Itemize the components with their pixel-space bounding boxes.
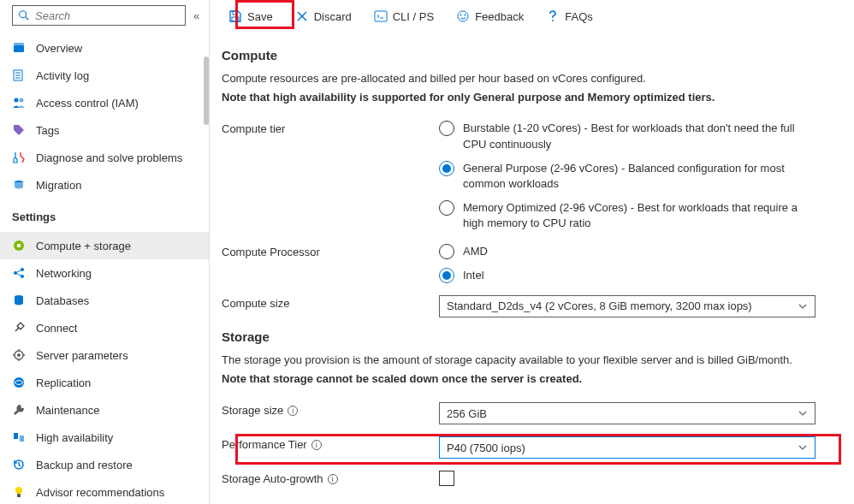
storage-size-select[interactable]: 256 GiB	[439, 402, 815, 424]
radio-label: Burstable (1-20 vCores) - Best for workl…	[463, 121, 805, 151]
chevron-down-icon	[798, 301, 808, 311]
nav-diagnose[interactable]: Diagnose and solve problems	[0, 144, 209, 171]
nav-compute-storage[interactable]: Compute + storage	[0, 232, 209, 259]
compute-proc-label: Compute Processor	[222, 244, 439, 258]
svg-point-40	[552, 20, 554, 21]
nav-label: Databases	[36, 294, 89, 307]
compute-tier-label: Compute tier	[222, 121, 439, 135]
autogrow-checkbox[interactable]	[439, 471, 454, 486]
svg-rect-2	[14, 45, 24, 52]
info-icon[interactable]: i	[328, 474, 338, 484]
sidebar: « Overview Activity log Access control (…	[0, 0, 210, 504]
svg-rect-12	[17, 244, 21, 247]
feedback-label: Feedback	[475, 10, 524, 23]
select-value: P40 (7500 iops)	[447, 442, 525, 454]
nav-label: Advisor recommendations	[36, 486, 164, 499]
nav-label: Overview	[36, 42, 82, 55]
save-label: Save	[247, 10, 273, 23]
tags-icon	[12, 123, 26, 137]
svg-point-25	[14, 377, 24, 388]
radio-label: Memory Optimized (2-96 vCores) - Best fo…	[463, 200, 805, 231]
cli-button[interactable]: CLI / PS	[367, 6, 441, 27]
svg-point-9	[20, 98, 24, 103]
nav-databases[interactable]: Databases	[0, 287, 209, 314]
tier-memory-radio[interactable]: Memory Optimized (2-96 vCores) - Best fo…	[439, 200, 817, 231]
overview-icon	[12, 41, 26, 55]
nav-label: Diagnose and solve problems	[36, 151, 182, 164]
select-value: 256 GiB	[447, 407, 487, 420]
advisor-icon	[12, 485, 26, 499]
chevron-down-icon	[798, 408, 808, 418]
nav-overview[interactable]: Overview	[0, 34, 209, 62]
nav-high-availability[interactable]: High availability	[0, 424, 209, 451]
compute-size-select[interactable]: Standard_D2ds_v4 (2 vCores, 8 GiB memory…	[439, 295, 815, 317]
compute-size-label: Compute size	[222, 295, 439, 310]
svg-point-0	[20, 11, 27, 18]
tier-burstable-radio[interactable]: Burstable (1-20 vCores) - Best for workl…	[439, 121, 817, 151]
toolbar: Save Discard CLI / PS Feedback FAQs	[210, 0, 854, 33]
nav-advisor[interactable]: Advisor recommendations	[0, 478, 209, 504]
cli-icon	[374, 9, 388, 23]
feedback-button[interactable]: Feedback	[449, 6, 531, 27]
radio-icon	[439, 244, 454, 259]
nav-label: Migration	[36, 179, 81, 192]
collapse-sidebar-button[interactable]: «	[191, 9, 202, 22]
compute-storage-icon	[12, 239, 26, 252]
storage-size-label: Storage size i	[222, 402, 439, 417]
proc-intel-radio[interactable]: Intel	[439, 268, 817, 283]
nav-label: Backup and restore	[36, 459, 133, 471]
nav-migration[interactable]: Migration	[0, 171, 209, 199]
compute-desc: Compute resources are pre-allocated and …	[222, 71, 842, 86]
svg-point-8	[15, 98, 19, 103]
access-control-icon	[12, 96, 26, 110]
proc-amd-radio[interactable]: AMD	[439, 244, 817, 259]
settings-heading: Settings	[0, 199, 209, 228]
storage-heading: Storage	[222, 329, 842, 344]
storage-note: Note that storage cannot be scaled down …	[222, 371, 842, 387]
faqs-icon	[546, 9, 560, 23]
svg-rect-30	[17, 494, 21, 497]
search-field[interactable]	[35, 9, 180, 22]
autogrow-label: Storage Auto-growth i	[222, 471, 439, 485]
nav-label: Connect	[36, 322, 77, 335]
radio-label: Intel	[463, 268, 484, 283]
select-value: Standard_D2ds_v4 (2 vCores, 8 GiB memory…	[447, 299, 752, 312]
networking-icon	[12, 266, 26, 280]
discard-button[interactable]: Discard	[288, 6, 359, 27]
nav-connect[interactable]: Connect	[0, 314, 209, 341]
compute-note: Note that high availability is supported…	[222, 90, 842, 105]
nav-activity-log[interactable]: Activity log	[0, 62, 209, 89]
nav-label: High availability	[36, 431, 113, 444]
nav-server-parameters[interactable]: Server parameters	[0, 341, 209, 369]
radio-label: AMD	[463, 244, 488, 259]
save-icon	[228, 9, 242, 23]
nav-label: Networking	[36, 267, 92, 280]
discard-icon	[295, 9, 309, 23]
nav-replication[interactable]: Replication	[0, 369, 209, 396]
nav-tags[interactable]: Tags	[0, 116, 209, 144]
databases-icon	[12, 294, 26, 307]
search-input[interactable]	[12, 5, 186, 26]
info-icon[interactable]: i	[288, 406, 298, 416]
replication-icon	[12, 376, 26, 389]
info-icon[interactable]: i	[311, 440, 322, 450]
svg-point-37	[458, 11, 468, 21]
radio-icon	[439, 200, 454, 216]
backup-restore-icon	[12, 458, 26, 471]
faqs-button[interactable]: FAQs	[539, 6, 600, 27]
feedback-icon	[456, 9, 470, 23]
nav-label: Activity log	[36, 69, 89, 82]
nav-access-control[interactable]: Access control (IAM)	[0, 89, 209, 116]
nav-networking[interactable]: Networking	[0, 259, 209, 287]
tier-general-radio[interactable]: General Purpose (2-96 vCores) - Balanced…	[439, 161, 817, 192]
nav-backup-restore[interactable]: Backup and restore	[0, 451, 209, 478]
save-button[interactable]: Save	[222, 6, 280, 27]
cli-label: CLI / PS	[393, 10, 434, 23]
svg-line-17	[15, 273, 22, 276]
perf-tier-select[interactable]: P40 (7500 iops)	[439, 436, 815, 459]
scrollbar-thumb[interactable]	[204, 56, 209, 125]
nav-maintenance[interactable]: Maintenance	[0, 396, 209, 424]
svg-rect-27	[20, 436, 24, 442]
svg-point-29	[15, 487, 22, 494]
svg-rect-32	[232, 17, 239, 21]
